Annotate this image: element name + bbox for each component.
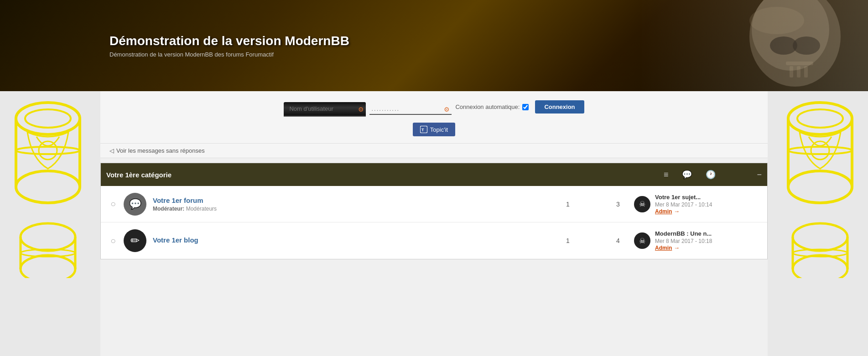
sidebar-left xyxy=(0,91,100,356)
forum-status-icon-2: ○ xyxy=(106,236,120,246)
last-post-author-link-2[interactable]: Admin xyxy=(655,245,672,251)
username-field-bg xyxy=(284,102,366,117)
chat-bubble-icon-2: ○ xyxy=(110,236,116,246)
username-field-wrapper: ⚙ xyxy=(284,102,366,117)
site-title: Démonstration de la version ModernBB xyxy=(109,34,349,48)
svg-point-10 xyxy=(25,109,71,128)
svg-point-28 xyxy=(788,147,852,154)
password-field-wrapper: ⚙ xyxy=(369,103,452,115)
login-fields-row: ⚙ ⚙ Connexion automatique: Connexion xyxy=(284,100,584,118)
forum-stats-1: 1 3 xyxy=(561,201,625,208)
last-post-avatar-1: ☠ xyxy=(634,196,650,212)
forum-info-1: Votre 1er forum Modérateur: Modérateurs xyxy=(153,196,561,212)
last-post-author-row-2: Admin → xyxy=(655,244,680,251)
category-icons: ≡ 💬 🕐 xyxy=(664,170,716,180)
last-post-avatar-icon-1: ☠ xyxy=(639,200,645,208)
doodle-right xyxy=(777,96,863,278)
category-block: Votre 1ère catégorie ≡ 💬 🕐 − ○ 💬 xyxy=(100,163,768,259)
forum-avatar-2: ✏ xyxy=(124,229,146,252)
last-post-author-link-1[interactable]: Admin xyxy=(655,208,672,215)
forum-avatar-1: 💬 xyxy=(124,193,146,216)
header-overlay xyxy=(640,0,868,91)
forum-row: ○ 💬 Votre 1er forum Modérateur: Modérate… xyxy=(101,186,767,222)
arrow-icon: ◁ xyxy=(109,147,114,154)
category-header: Votre 1ère catégorie ≡ 💬 🕐 − xyxy=(101,163,767,186)
forum-last-post-2: ☠ ModernBB : Une n... Mer 8 Mar 2017 - 1… xyxy=(634,230,762,251)
posts-count-2: 1 xyxy=(561,237,575,244)
forum-status-icon: ○ xyxy=(106,199,120,209)
svg-point-15 xyxy=(39,141,57,160)
svg-point-24 xyxy=(797,109,843,128)
time-header-icon: 🕐 xyxy=(706,170,716,180)
svg-point-13 xyxy=(16,171,80,203)
site-subtitle: Démonstration de la version ModernBB des… xyxy=(109,51,349,58)
forum-name-2[interactable]: Votre 1er blog xyxy=(153,236,561,244)
last-post-avatar-icon-2: ☠ xyxy=(639,237,645,245)
auto-login-row: Connexion automatique: Connexion xyxy=(455,100,584,114)
last-post-date-1: Mer 8 Mar 2017 - 10:14 xyxy=(655,201,762,208)
last-post-author-row-1: Admin → xyxy=(655,208,680,215)
replies-count-2: 4 xyxy=(611,237,625,244)
password-icon: ⚙ xyxy=(444,106,450,113)
last-post-avatar-2: ☠ xyxy=(634,232,650,249)
header-text: Démonstration de la version ModernBB Dém… xyxy=(109,34,349,58)
svg-point-33 xyxy=(793,255,847,278)
topicit-label: Topic'it xyxy=(430,126,448,133)
header-banner: Démonstration de la version ModernBB Dém… xyxy=(0,0,868,91)
username-input[interactable] xyxy=(287,103,356,114)
forum-avatar-icon-1: 💬 xyxy=(129,198,141,210)
svg-text:T: T xyxy=(421,128,424,132)
login-section: ⚙ ⚙ Connexion automatique: Connexion xyxy=(100,91,768,144)
svg-point-29 xyxy=(811,141,829,160)
category-header-right: ≡ 💬 🕐 − xyxy=(664,170,762,180)
svg-point-27 xyxy=(788,171,852,203)
forum-name-1[interactable]: Votre 1er forum xyxy=(153,196,561,204)
topicit-icon: T xyxy=(420,126,427,133)
password-input[interactable] xyxy=(369,103,452,115)
forum-last-post-1: ☠ Votre 1er sujet... Mer 8 Mar 2017 - 10… xyxy=(634,194,762,215)
sidebar-right xyxy=(768,91,868,356)
svg-point-19 xyxy=(21,255,75,278)
forum-avatar-icon-2: ✏ xyxy=(130,234,140,247)
last-post-info-2: ModernBB : Une n... Mer 8 Mar 2017 - 10:… xyxy=(655,230,762,251)
forum-stats-2: 1 4 xyxy=(561,237,625,244)
category-title: Votre 1ère catégorie xyxy=(106,171,172,179)
doodle-left xyxy=(5,96,91,278)
content-area: ⚙ ⚙ Connexion automatique: Connexion xyxy=(100,91,768,356)
posts-count-1: 1 xyxy=(561,201,575,208)
svg-point-16 xyxy=(21,223,75,251)
login-button[interactable]: Connexion xyxy=(535,100,584,114)
chat-bubble-icon: ○ xyxy=(110,199,116,209)
main-layout: ⚙ ⚙ Connexion automatique: Connexion xyxy=(0,91,868,356)
auto-login-label: Connexion automatique: xyxy=(455,103,520,110)
collapse-button[interactable]: − xyxy=(757,170,762,180)
last-post-title-1: Votre 1er sujet... xyxy=(655,194,762,201)
no-reply-link[interactable]: ◁ Voir les messages sans réponses xyxy=(109,147,759,154)
forum-row-2: ○ ✏ Votre 1er blog 1 4 ☠ xyxy=(101,222,767,259)
last-post-title-2: ModernBB : Une n... xyxy=(655,230,762,237)
user-icon: ⚙ xyxy=(358,106,364,113)
posts-header-icon: ≡ xyxy=(664,170,669,180)
svg-point-30 xyxy=(793,223,847,251)
forum-info-2: Votre 1er blog xyxy=(153,236,561,245)
replies-count-1: 3 xyxy=(611,201,625,208)
arrow-right-icon-1: → xyxy=(674,208,680,215)
forum-meta-1: Modérateur: Modérateurs xyxy=(153,206,561,212)
auto-login-checkbox[interactable] xyxy=(522,104,529,110)
last-post-date-2: Mer 8 Mar 2017 - 10:18 xyxy=(655,238,762,244)
messages-link-bar: ◁ Voir les messages sans réponses xyxy=(100,144,768,158)
last-post-info-1: Votre 1er sujet... Mer 8 Mar 2017 - 10:1… xyxy=(655,194,762,215)
svg-point-14 xyxy=(16,147,80,154)
arrow-right-icon-2: → xyxy=(674,244,680,251)
replies-header-icon: 💬 xyxy=(682,170,692,180)
topicit-button[interactable]: T Topic'it xyxy=(413,123,455,136)
